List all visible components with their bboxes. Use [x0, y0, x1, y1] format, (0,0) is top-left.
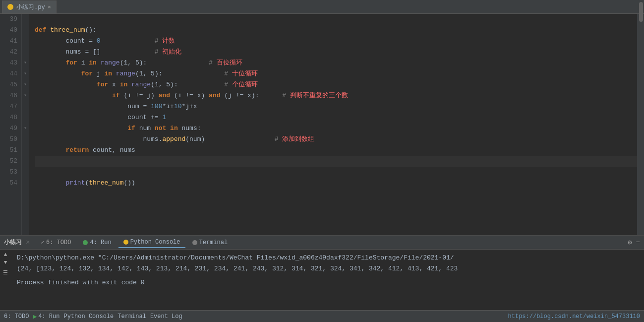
- panel-title-sep: ×: [26, 239, 30, 247]
- line-number: 40: [4, 25, 17, 36]
- tab-todo-label: 6: TODO: [46, 239, 71, 246]
- console-cmd: D:\python\python.exe "C:/Users/Administr…: [17, 253, 638, 263]
- file-tab[interactable]: 小练习.py ✕: [2, 0, 57, 13]
- editor-scrollbar[interactable]: [637, 14, 644, 235]
- tab-python-label: Python Console: [130, 239, 180, 246]
- fold-marker: [22, 134, 29, 145]
- code-line: for j in range(1, 5): # 十位循环: [35, 68, 637, 79]
- fold-marker: ▾: [22, 90, 29, 101]
- line-number: 49: [4, 123, 17, 134]
- arrow-up-icon[interactable]: ▲: [4, 252, 7, 258]
- bottom-panel: 小练习 × ✓ 6: TODO 4: Run Python Console Te…: [0, 235, 644, 322]
- minimize-icon[interactable]: −: [636, 238, 640, 247]
- panel-title: 小练习: [4, 238, 22, 247]
- run-triangle-icon: ▶: [33, 313, 37, 321]
- console-body: ▲ ▼ ☰ D:\python\python.exe "C:/Users/Adm…: [0, 250, 644, 310]
- status-url[interactable]: https://blog.csdn.net/weixin_54733110: [508, 313, 640, 320]
- line-number: 44: [4, 68, 17, 79]
- tab-bar: 小练习.py ✕: [0, 0, 644, 14]
- fold-marker: [22, 14, 29, 25]
- file-tab-label: 小练习.py: [16, 3, 45, 11]
- line-number: 54: [4, 178, 17, 189]
- code-line: [35, 14, 637, 25]
- code-line: def three_num():: [35, 25, 637, 36]
- line-number: 43: [4, 58, 17, 68]
- todo-status[interactable]: 6: TODO: [4, 313, 29, 320]
- fold-marker: [22, 178, 29, 189]
- panel-controls: ⚙ −: [628, 238, 640, 247]
- run-status[interactable]: ▶ 4: Run: [33, 313, 59, 321]
- tab-run[interactable]: 4: Run: [78, 238, 116, 248]
- console-exit: Process finished with exit code 0: [17, 277, 638, 288]
- python-icon: [123, 240, 128, 245]
- code-line: [35, 167, 637, 178]
- file-tab-icon: [7, 4, 13, 10]
- tab-run-label: 4: Run: [90, 239, 111, 246]
- code-line: if (i != j) and (i != x) and (j != x): #…: [35, 90, 637, 101]
- line-number: 46: [4, 90, 17, 101]
- code-area[interactable]: def three_num(): count = 0 # 计数 nums = […: [29, 14, 637, 235]
- fold-marker: ▾: [22, 79, 29, 90]
- fold-marker: [22, 145, 29, 156]
- line-number: 52: [4, 156, 17, 167]
- status-bar: 6: TODO ▶ 4: Run Python Console Terminal…: [0, 310, 644, 322]
- code-line: count += 1: [35, 112, 637, 123]
- code-line: num = 100*i+10*j+x: [35, 101, 637, 112]
- fold-marker: ▾: [22, 68, 29, 79]
- fold-marker: ▾: [22, 123, 29, 134]
- fold-marker: [22, 167, 29, 178]
- todo-icon: ✓: [41, 239, 44, 246]
- fold-marker: [22, 47, 29, 58]
- arrow-down-icon[interactable]: ▼: [4, 259, 7, 265]
- code-line: nums = [] # 初始化: [35, 47, 637, 58]
- panel-tab-bar: 小练习 × ✓ 6: TODO 4: Run Python Console Te…: [0, 236, 644, 250]
- event-log-status[interactable]: Event Log: [150, 313, 182, 320]
- tab-python-console[interactable]: Python Console: [118, 237, 185, 248]
- code-line: count = 0 # 计数: [35, 36, 637, 47]
- console-content: D:\python\python.exe "C:/Users/Administr…: [11, 250, 644, 310]
- tab-todo[interactable]: ✓ 6: TODO: [36, 238, 76, 248]
- tab-terminal[interactable]: Terminal: [187, 238, 233, 248]
- run-icon: [83, 240, 88, 245]
- fold-marker: [22, 112, 29, 123]
- line-number: 48: [4, 112, 17, 123]
- line-number: 47: [4, 101, 17, 112]
- code-line: return count, nums: [35, 145, 637, 156]
- code-line: for i in range(1, 5): # 百位循环: [35, 58, 637, 68]
- settings-icon[interactable]: ⚙: [628, 238, 632, 247]
- status-left: 6: TODO ▶ 4: Run Python Console Terminal…: [4, 313, 182, 321]
- code-line: for x in range(1, 5): # 个位循环: [35, 79, 637, 90]
- run-status-label: 4: Run: [38, 313, 59, 320]
- line-number: 53: [4, 167, 17, 178]
- code-line: nums.append(num) # 添加到数组: [35, 134, 637, 145]
- code-line: print(three_num()): [35, 178, 637, 189]
- scrollbar-thumb[interactable]: [639, 14, 643, 22]
- fold-gutter: ▾▾▾▾▾: [22, 14, 29, 235]
- python-console-status[interactable]: Python Console: [63, 313, 114, 320]
- line-number: 42: [4, 47, 17, 58]
- line-number: 41: [4, 36, 17, 47]
- code-line: if num not in nums:: [35, 123, 637, 134]
- tab-terminal-label: Terminal: [199, 239, 228, 246]
- fold-marker: ▾: [22, 58, 29, 68]
- console-output: (24, [123, 124, 132, 134, 142, 143, 213,…: [17, 263, 638, 274]
- line-numbers: 39404142434445464748495051525354: [0, 14, 22, 235]
- fold-marker: [22, 101, 29, 112]
- terminal-icon: [192, 240, 197, 245]
- fold-marker: [22, 36, 29, 47]
- line-number: 50: [4, 134, 17, 145]
- tab-close-icon[interactable]: ✕: [48, 4, 51, 10]
- console-side-controls: ▲ ▼ ☰: [0, 250, 11, 310]
- line-number: 51: [4, 145, 17, 156]
- terminal-status[interactable]: Terminal: [117, 313, 146, 320]
- fold-marker: [22, 156, 29, 167]
- code-line: [35, 156, 637, 167]
- fold-marker: [22, 25, 29, 36]
- line-number: 45: [4, 79, 17, 90]
- editor-area: 39404142434445464748495051525354 ▾▾▾▾▾ d…: [0, 14, 644, 235]
- line-number: 39: [4, 14, 17, 25]
- list-icon[interactable]: ☰: [3, 269, 8, 276]
